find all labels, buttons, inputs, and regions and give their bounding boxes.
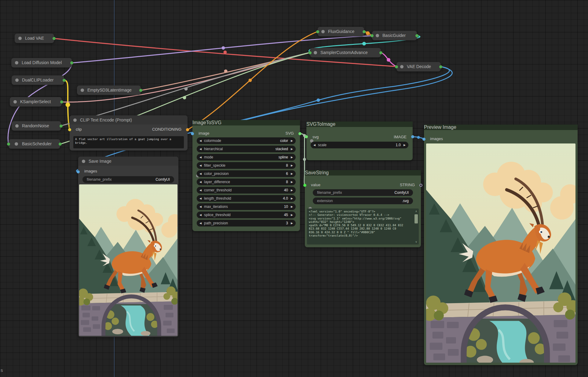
increment-arrow-icon[interactable]: ▶ — [289, 147, 293, 150]
node-preview-image[interactable]: Preview Image images — [424, 125, 578, 365]
collapse-dot-icon[interactable] — [314, 51, 317, 54]
decrement-arrow-icon[interactable]: ◀ — [199, 222, 203, 225]
decrement-arrow-icon[interactable]: ◀ — [199, 164, 203, 167]
collapse-dot-icon[interactable] — [15, 142, 18, 146]
widget-color-precision[interactable]: ◀ color_precision 6 ▶ — [197, 170, 296, 177]
node-titlebar[interactable]: SVGToImage — [306, 121, 413, 127]
node-save-image[interactable]: Save Image images filename_prefix ComfyU… — [78, 157, 178, 337]
increment-arrow-icon[interactable]: ▶ — [289, 222, 293, 225]
output-slot-dot[interactable] — [60, 125, 63, 128]
link-midpoint-dot[interactable] — [224, 70, 228, 73]
node-titlebar[interactable]: Save Image — [78, 157, 178, 166]
input-slot-dot[interactable] — [316, 30, 319, 33]
svg-source-textarea[interactable]: <?xml version="1.0" encoding="UTF-8"?> <… — [307, 208, 419, 245]
scrollbar-thumb[interactable] — [415, 214, 418, 223]
collapse-dot-icon[interactable] — [376, 34, 379, 37]
increment-arrow-icon[interactable]: ▶ — [289, 180, 293, 183]
increment-arrow-icon[interactable]: ▶ — [402, 143, 406, 147]
link-midpoint-dot[interactable] — [303, 158, 306, 161]
collapse-dot-icon[interactable] — [15, 78, 19, 82]
output-slot-dot[interactable] — [60, 100, 63, 103]
widget-path-precision[interactable]: ◀ path_precision 3 ▶ — [197, 220, 296, 227]
decrement-arrow-icon[interactable]: ◀ — [199, 205, 203, 208]
collapse-dot-icon[interactable] — [15, 124, 19, 128]
decrement-arrow-icon[interactable]: ◀ — [199, 213, 203, 216]
decrement-arrow-icon[interactable]: ◀ — [313, 143, 317, 147]
collapse-dot-icon[interactable] — [15, 61, 18, 64]
link-midpoint-dot[interactable] — [184, 87, 188, 91]
input-slot-dot[interactable] — [395, 65, 398, 68]
increment-arrow-icon[interactable]: ▶ — [289, 189, 293, 192]
svg-output-dot[interactable] — [298, 132, 301, 135]
node-empty-sd3-latent-image[interactable]: EmptySD3LatentImage — [77, 85, 141, 95]
widget-max-iterations[interactable]: ◀ max_iterations 10 ▶ — [197, 203, 296, 210]
node-titlebar[interactable]: ImageToSVG — [192, 120, 300, 125]
link-midpoint-dot[interactable] — [362, 42, 366, 45]
node-load-vae[interactable]: Load VAE — [15, 34, 54, 43]
node-vae-decode[interactable]: VAE Decode — [396, 62, 441, 71]
extension-field[interactable]: extension .svg — [313, 198, 413, 204]
collapse-dot-icon[interactable] — [82, 160, 85, 163]
widget-corner-threshold[interactable]: ◀ corner_threshold 40 ▶ — [197, 187, 296, 194]
node-titlebar[interactable]: Preview Image — [424, 125, 578, 130]
collapse-dot-icon[interactable] — [400, 65, 404, 68]
node-dual-clip-loader[interactable]: DualCLIPLoader — [12, 75, 64, 85]
images-input-dot[interactable] — [77, 170, 80, 173]
string-output-dot[interactable] — [419, 184, 422, 187]
collapse-dot-icon[interactable] — [321, 30, 325, 33]
collapse-dot-icon[interactable] — [81, 89, 84, 92]
increment-arrow-icon[interactable]: ▶ — [289, 139, 293, 142]
link-midpoint-dot[interactable] — [366, 31, 370, 35]
node-titlebar[interactable]: CLIP Text Encode (Prompt) — [70, 115, 188, 125]
link-midpoint-dot[interactable] — [317, 99, 320, 102]
image-output-dot[interactable] — [411, 135, 414, 138]
output-slot-dot[interactable] — [63, 79, 66, 82]
link-midpoint-dot[interactable] — [249, 79, 252, 82]
node-flux-guidance[interactable]: FluxGuidance — [318, 27, 364, 36]
value-input-dot[interactable] — [303, 184, 306, 187]
decrement-arrow-icon[interactable]: ◀ — [199, 180, 203, 183]
increment-arrow-icon[interactable]: ▶ — [289, 213, 293, 216]
widget-scale[interactable]: ◀ scale 1.0 ▶ — [311, 142, 408, 148]
filename-prefix-field[interactable]: filename_prefix ComfyUI — [82, 176, 174, 183]
node-svg-to-image[interactable]: SVGToImage svg IMAGE ◀ scale 1.0 ▶ — [306, 121, 413, 160]
decrement-arrow-icon[interactable]: ◀ — [199, 172, 203, 175]
node-ksampler-select[interactable]: KSamplerSelect — [10, 97, 62, 107]
increment-arrow-icon[interactable]: ▶ — [289, 172, 293, 175]
link-midpoint-dot[interactable] — [387, 58, 390, 62]
widget-length-threshold[interactable]: ◀ length_threshold 4.0 ▶ — [197, 195, 296, 202]
output-slot-dot[interactable] — [53, 37, 56, 40]
output-slot-dot[interactable] — [363, 30, 366, 33]
decrement-arrow-icon[interactable]: ◀ — [199, 189, 203, 192]
widget-filter-speckle[interactable]: ◀ filter_speckle 8 ▶ — [197, 162, 296, 169]
link-midpoint-dot[interactable] — [417, 136, 420, 139]
increment-arrow-icon[interactable]: ▶ — [289, 205, 293, 208]
widget-layer-difference[interactable]: ◀ layer_difference 8 ▶ — [197, 179, 296, 185]
image-input-dot[interactable] — [191, 132, 194, 135]
clip-input-dot[interactable] — [68, 128, 71, 131]
filename-prefix-field[interactable]: filename_prefix ComfyUI — [313, 189, 413, 196]
widget-hierarchical[interactable]: ◀ hierarchical stacked ▶ — [197, 146, 296, 152]
node-load-diffusion-model[interactable]: Load Diffusion Model — [11, 58, 72, 67]
widget-colormode[interactable]: ◀ colormode color ▶ — [197, 137, 296, 144]
decrement-arrow-icon[interactable]: ◀ — [199, 147, 203, 150]
link-midpoint-dot[interactable] — [224, 51, 227, 54]
node-clip-text-encode[interactable]: CLIP Text Encode (Prompt) clip CONDITION… — [70, 115, 188, 150]
node-random-noise[interactable]: RandomNoise — [12, 121, 61, 131]
output-slot-dot[interactable] — [59, 143, 62, 146]
node-save-string[interactable]: SaveString value STRING filename_prefix … — [305, 170, 421, 247]
link-midpoint-dot[interactable] — [222, 46, 225, 50]
images-input-dot[interactable] — [422, 138, 425, 141]
input-slot-dot[interactable] — [371, 34, 374, 37]
node-basic-guider[interactable]: BasicGuider — [372, 31, 417, 40]
output-slot-dot[interactable] — [379, 51, 382, 54]
scroll-down-icon[interactable]: ∨ — [414, 240, 418, 243]
collapse-dot-icon[interactable] — [73, 118, 77, 122]
node-image-to-svg[interactable]: ImageToSVG image SVG ◀ colormode color ▶… — [192, 120, 300, 231]
output-slot-dot[interactable] — [70, 61, 73, 64]
input-slot-dot[interactable] — [309, 51, 312, 54]
node-basic-scheduler[interactable]: BasicScheduler — [9, 139, 60, 149]
decrement-arrow-icon[interactable]: ◀ — [199, 156, 203, 159]
link-midpoint-dot[interactable] — [183, 96, 186, 100]
conditioning-output-dot[interactable] — [186, 128, 189, 131]
